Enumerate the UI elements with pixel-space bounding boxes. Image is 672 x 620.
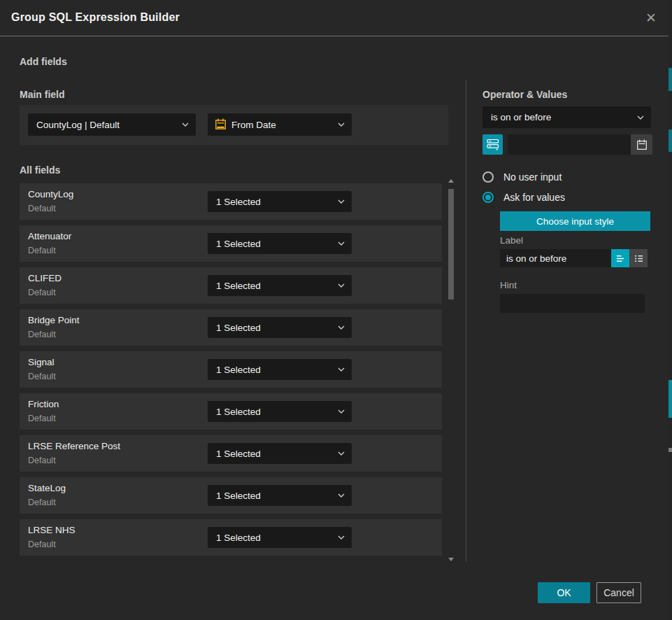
radio-ask-for-values[interactable]: Ask for values xyxy=(482,190,565,204)
chevron-down-icon xyxy=(338,283,345,288)
selected-count-label: 1 Selected xyxy=(216,407,261,417)
edge-accent xyxy=(669,129,672,152)
layer-dropdown-value: CountyLog | Default xyxy=(36,120,120,130)
chevron-down-icon xyxy=(338,367,345,372)
value-calendar-button[interactable] xyxy=(631,134,652,155)
chevron-down-icon xyxy=(338,451,345,456)
ok-button[interactable]: OK xyxy=(538,582,590,603)
field-default-label: Default xyxy=(28,204,56,213)
field-row: Attenuator Default 1 Selected xyxy=(20,225,442,262)
operator-values-heading: Operator & Values xyxy=(482,89,567,100)
field-default-label: Default xyxy=(28,540,56,549)
radio-label: Ask for values xyxy=(503,192,565,203)
field-name: Signal xyxy=(28,357,55,367)
input-type-icon xyxy=(487,139,499,150)
field-selected-dropdown[interactable]: 1 Selected xyxy=(208,317,352,338)
selected-count-label: 1 Selected xyxy=(216,281,261,291)
field-default-label: Default xyxy=(28,246,56,255)
hint-input[interactable] xyxy=(500,294,645,313)
main-field-dropdown[interactable]: From Date xyxy=(208,113,352,136)
chevron-down-icon xyxy=(338,199,345,204)
radio-label: No user input xyxy=(503,171,562,183)
chevron-down-icon xyxy=(338,409,345,414)
main-field-dropdown-value: From Date xyxy=(231,120,276,130)
selected-count-label: 1 Selected xyxy=(216,491,261,501)
value-input[interactable] xyxy=(508,134,631,155)
field-selected-dropdown[interactable]: 1 Selected xyxy=(208,359,352,380)
bullet-list-icon xyxy=(634,254,644,263)
field-default-label: Default xyxy=(28,372,56,381)
field-default-label: Default xyxy=(28,288,56,297)
chevron-down-icon xyxy=(182,122,189,127)
field-name: LRSE Reference Post xyxy=(28,441,120,451)
calendar-icon xyxy=(215,118,227,130)
field-selected-dropdown[interactable]: 1 Selected xyxy=(208,233,352,254)
field-name: StateLog xyxy=(28,483,66,493)
chevron-down-icon xyxy=(338,325,345,330)
field-row: Friction Default 1 Selected xyxy=(20,393,442,430)
field-name: Friction xyxy=(28,399,59,409)
field-row: LRSE Reference Post Default 1 Selected xyxy=(20,435,442,472)
add-fields-heading: Add fields xyxy=(20,56,67,67)
single-line-style-button[interactable] xyxy=(611,249,629,267)
field-row: Signal Default 1 Selected xyxy=(20,351,442,388)
field-selected-dropdown[interactable]: 1 Selected xyxy=(208,275,352,296)
field-row: CountyLog Default 1 Selected xyxy=(20,183,442,220)
field-default-label: Default xyxy=(28,330,56,339)
chevron-down-icon xyxy=(338,122,345,127)
selected-count-label: 1 Selected xyxy=(216,197,261,207)
hint-field-label: Hint xyxy=(500,280,517,290)
selected-count-label: 1 Selected xyxy=(216,449,261,459)
all-fields-list: CountyLog Default 1 Selected Attenuator … xyxy=(20,183,442,561)
background-app-edge xyxy=(669,0,672,620)
radio-icon[interactable] xyxy=(482,171,494,183)
edge-accent xyxy=(669,68,672,91)
selected-count-label: 1 Selected xyxy=(216,323,261,333)
choose-input-style-button[interactable]: Choose input style xyxy=(500,211,650,231)
field-selected-dropdown[interactable]: 1 Selected xyxy=(208,443,352,464)
edge-accent xyxy=(669,448,672,452)
field-selected-dropdown[interactable]: 1 Selected xyxy=(208,191,352,212)
field-name: Bridge Point xyxy=(28,315,80,325)
close-icon[interactable]: ✕ xyxy=(643,10,659,27)
field-selected-dropdown[interactable]: 1 Selected xyxy=(208,401,352,422)
field-default-label: Default xyxy=(28,414,56,423)
edge-accent xyxy=(669,380,672,418)
group-sql-expression-builder-dialog: Group SQL Expression Builder ✕ Add field… xyxy=(0,0,672,620)
cancel-button[interactable]: Cancel xyxy=(596,582,641,603)
value-input-type-button[interactable] xyxy=(482,134,503,155)
operator-dropdown[interactable]: is on or before xyxy=(482,106,651,128)
selected-count-label: 1 Selected xyxy=(216,365,261,375)
calendar-icon xyxy=(636,139,648,150)
chevron-down-icon xyxy=(338,241,345,246)
field-name: CLIFED xyxy=(28,273,62,283)
align-left-icon xyxy=(615,254,626,263)
field-row: LRSE NHS Default 1 Selected xyxy=(20,519,442,556)
scroll-up-icon[interactable] xyxy=(448,179,454,183)
list-style-button[interactable] xyxy=(629,249,648,267)
field-row: CLIFED Default 1 Selected xyxy=(20,267,442,304)
dialog-titlebar: Group SQL Expression Builder ✕ xyxy=(0,0,672,36)
chevron-down-icon xyxy=(338,535,345,540)
field-name: CountyLog xyxy=(28,189,73,199)
radio-no-user-input[interactable]: No user input xyxy=(482,170,562,184)
radio-icon[interactable] xyxy=(482,192,494,203)
field-selected-dropdown[interactable]: 1 Selected xyxy=(208,485,352,506)
dialog-title: Group SQL Expression Builder xyxy=(11,11,180,24)
scrollbar-thumb[interactable] xyxy=(448,189,454,300)
selected-count-label: 1 Selected xyxy=(216,533,261,543)
chevron-down-icon xyxy=(637,115,644,120)
operator-dropdown-value: is on or before xyxy=(491,112,551,122)
field-name: LRSE NHS xyxy=(28,525,76,535)
label-input[interactable] xyxy=(500,249,611,267)
field-name: Attenuator xyxy=(28,231,71,241)
scroll-down-icon[interactable] xyxy=(448,558,454,561)
field-selected-dropdown[interactable]: 1 Selected xyxy=(208,527,352,548)
selected-count-label: 1 Selected xyxy=(216,239,261,249)
field-row: StateLog Default 1 Selected xyxy=(20,477,442,514)
list-scrollbar[interactable] xyxy=(448,178,455,563)
field-row: Bridge Point Default 1 Selected xyxy=(20,309,442,346)
main-field-heading: Main field xyxy=(20,89,65,100)
field-default-label: Default xyxy=(28,498,56,507)
layer-dropdown[interactable]: CountyLog | Default xyxy=(28,113,196,136)
